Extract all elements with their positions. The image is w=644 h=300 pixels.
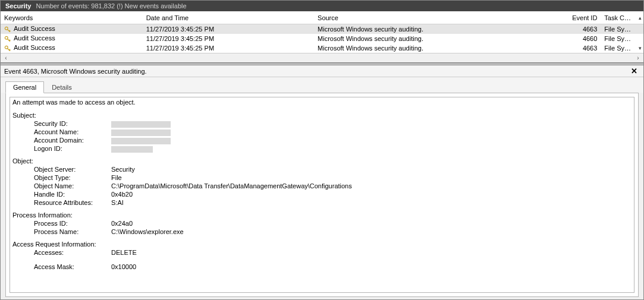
event-list-header[interactable]: Keywords Date and Time Source Event ID T… xyxy=(1,11,643,24)
detail-body: An attempt was made to access an object.… xyxy=(5,93,639,297)
detail-tabs: General Details xyxy=(1,77,643,93)
row-source: Microsoft Windows security auditing. xyxy=(314,43,568,53)
process-id-value: 0x24a0 xyxy=(111,219,632,228)
row-date: 11/27/2019 3:45:25 PM xyxy=(143,34,314,43)
row-taskcat: File System xyxy=(601,24,636,34)
accesses-value: DELETE xyxy=(111,248,632,257)
account-domain-label: Account Domain: xyxy=(34,136,111,144)
object-type-label: Object Type: xyxy=(34,173,111,182)
key-icon xyxy=(4,36,11,43)
event-row[interactable]: Audit Success11/27/2019 3:45:25 PMMicros… xyxy=(1,34,643,43)
handle-id-value: 0x4b20 xyxy=(111,190,632,198)
access-mask-value: 0x10000 xyxy=(111,263,632,271)
object-heading: Object: xyxy=(12,157,632,165)
detail-header: Event 4663, Microsoft Windows security a… xyxy=(1,65,643,77)
row-eventid: 4660 xyxy=(568,34,601,43)
column-keywords[interactable]: Keywords xyxy=(1,13,143,23)
event-row[interactable]: Audit Success11/27/2019 3:45:25 PMMicros… xyxy=(1,24,643,34)
row-keywords: Audit Success xyxy=(14,25,55,32)
resource-attr-label: Resource Attributes: xyxy=(34,198,111,207)
account-name-label: Account Name: xyxy=(34,128,111,136)
row-date: 11/27/2019 3:45:25 PM xyxy=(143,43,314,53)
key-icon xyxy=(4,45,11,52)
resource-attr-value: S:AI xyxy=(111,198,632,207)
tab-details[interactable]: Details xyxy=(44,81,80,93)
row-source: Microsoft Windows security auditing. xyxy=(314,24,568,34)
svg-point-2 xyxy=(5,46,8,49)
row-source: Microsoft Windows security auditing. xyxy=(314,34,568,43)
scroll-up-icon[interactable]: ▴ xyxy=(636,15,643,21)
detail-header-title: Event 4663, Microsoft Windows security a… xyxy=(4,68,147,75)
object-server-label: Object Server: xyxy=(34,165,111,173)
event-row[interactable]: Audit Success11/27/2019 3:45:25 PMMicros… xyxy=(1,43,643,53)
process-name-label: Process Name: xyxy=(34,228,111,236)
title-event-count: Number of events: 981,832 (!) New events… xyxy=(36,2,186,10)
account-domain-value xyxy=(111,138,171,144)
row-eventid: 4663 xyxy=(568,43,601,53)
event-list: Keywords Date and Time Source Event ID T… xyxy=(1,11,643,63)
accesses-label: Accesses: xyxy=(34,248,111,257)
process-id-label: Process ID: xyxy=(34,219,111,228)
svg-point-1 xyxy=(5,36,8,39)
security-id-label: Security ID: xyxy=(34,119,111,128)
column-source[interactable]: Source xyxy=(314,13,568,23)
logon-id-value xyxy=(111,146,153,153)
object-server-value: Security xyxy=(111,165,632,173)
scroll-down-icon[interactable]: ▾ xyxy=(636,45,643,51)
logon-id-label: Logon ID: xyxy=(34,144,111,153)
object-name-value: C:\ProgramData\Microsoft\Data Transfer\D… xyxy=(111,182,632,190)
subject-heading: Subject: xyxy=(12,112,632,119)
process-heading: Process Information: xyxy=(12,211,632,219)
event-message: An attempt was made to access an object. xyxy=(12,99,632,106)
row-taskcat: File System xyxy=(601,34,636,43)
object-name-label: Object Name: xyxy=(34,182,111,190)
svg-point-0 xyxy=(5,27,8,30)
column-date[interactable]: Date and Time xyxy=(143,13,314,23)
row-taskcat: File System xyxy=(601,43,636,53)
close-icon[interactable]: ✕ xyxy=(629,67,640,75)
key-icon xyxy=(4,26,11,33)
detail-scroll-area[interactable]: An attempt was made to access an object.… xyxy=(10,97,634,293)
column-taskcat[interactable]: Task Category xyxy=(601,13,636,23)
account-name-value xyxy=(111,130,171,136)
handle-id-label: Handle ID: xyxy=(34,190,111,198)
tab-general[interactable]: General xyxy=(5,81,44,93)
row-date: 11/27/2019 3:45:25 PM xyxy=(143,24,314,34)
access-mask-label: Access Mask: xyxy=(34,263,111,271)
process-name-value: C:\Windows\explorer.exe xyxy=(111,228,632,236)
column-eventid[interactable]: Event ID xyxy=(568,13,601,23)
horizontal-scrollbar[interactable]: ‹ › xyxy=(1,53,643,62)
scroll-left-icon[interactable]: ‹ xyxy=(2,54,10,62)
title-main: Security xyxy=(5,2,31,10)
security-id-value xyxy=(111,121,171,128)
row-eventid: 4663 xyxy=(568,24,601,34)
window-titlebar: Security Number of events: 981,832 (!) N… xyxy=(1,1,643,11)
object-type-value: File xyxy=(111,173,632,182)
row-keywords: Audit Success xyxy=(14,44,55,51)
access-heading: Access Request Information: xyxy=(12,241,632,248)
row-keywords: Audit Success xyxy=(14,34,55,42)
scroll-right-icon[interactable]: › xyxy=(634,54,642,62)
